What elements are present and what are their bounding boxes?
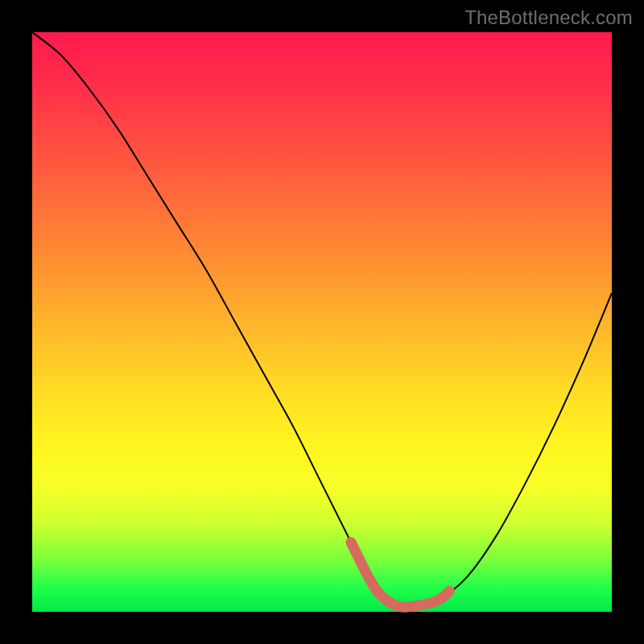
curve-svg xyxy=(32,32,612,612)
plot-area xyxy=(32,32,612,612)
watermark-text: TheBottleneck.com xyxy=(464,6,633,29)
valley-highlight xyxy=(351,543,449,608)
chart-canvas: TheBottleneck.com xyxy=(0,0,644,644)
bottleneck-curve xyxy=(32,32,612,607)
